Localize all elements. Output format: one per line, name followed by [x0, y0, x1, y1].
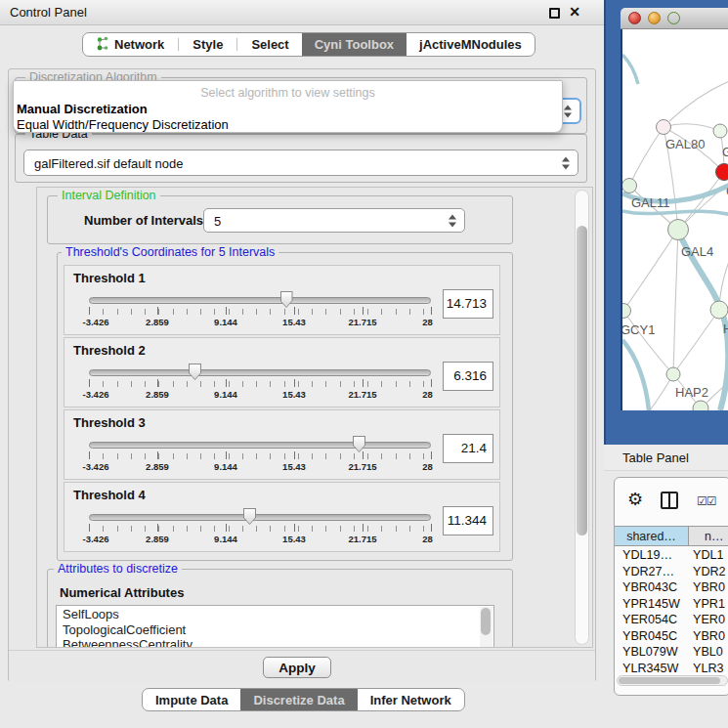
node-partial-top-right[interactable] — [713, 124, 727, 138]
checkboxes-icon[interactable]: ☑☑ — [697, 494, 716, 508]
slider-track[interactable] — [89, 369, 431, 376]
list-scrollbar[interactable] — [480, 607, 492, 648]
control-panel-tabbar: Network Style Select Cyni Toolbox jActiv… — [82, 32, 535, 57]
network-window-titlebar[interactable] — [621, 8, 728, 29]
attributes-group-label: Attributes to discretize — [54, 562, 182, 576]
settings-scrollbar[interactable] — [575, 190, 589, 645]
tab-network[interactable]: Network — [83, 33, 177, 56]
cyni-toolbox-panel: Discretization Algorithm Table Data galF… — [8, 68, 596, 682]
node-gal4[interactable] — [668, 220, 689, 240]
number-of-intervals-value: 5 — [214, 213, 221, 228]
slider-scale: -3.426 2.859 9.144 15.43 21.715 28 — [89, 389, 431, 402]
list-item[interactable]: TopologicalCoefficient — [57, 621, 493, 637]
node-gal11[interactable] — [622, 179, 637, 193]
slider-minor-ticks — [89, 309, 431, 315]
table-row[interactable]: YBR045CYBR0 — [615, 628, 728, 645]
column-layout-icon[interactable] — [661, 492, 678, 509]
threshold-1-value-field[interactable]: 14.713 — [443, 289, 493, 319]
tab-infer-network[interactable]: Infer Network — [358, 689, 464, 710]
numerical-attributes-list[interactable]: SelfLoops TopologicalCoefficient Between… — [56, 605, 494, 648]
threshold-3-box: Threshold 3 -3.426 2.859 9.144 — [64, 409, 500, 480]
tab-jactivemnodules[interactable]: jActiveMNodules — [407, 33, 535, 56]
control-panel: Control Panel ✕ Network — [0, 0, 604, 728]
settings-scroll-panel: Interval Definition Number of Intervals … — [36, 187, 593, 648]
slider-thumb[interactable] — [353, 436, 365, 452]
mac-close-icon[interactable] — [628, 12, 641, 24]
menu-item-equal-width-frequency[interactable]: Equal Width/Frequency Discretization — [17, 117, 229, 132]
settings-scrollbar-thumb[interactable] — [577, 226, 587, 535]
table-row[interactable]: YBR043CYBR0 — [615, 579, 728, 596]
table-row[interactable]: YDR27…YDR2 — [615, 564, 728, 580]
table-row[interactable]: YPR145WYPR1 — [615, 596, 728, 613]
slider-minor-ticks — [89, 453, 431, 459]
tab-network-label: Network — [114, 37, 164, 52]
network-icon — [96, 36, 109, 54]
threshold-2-slider[interactable]: -3.426 2.859 9.144 15.43 21.715 28 — [89, 362, 431, 405]
table-rows: YDL19…YDL1 YDR27…YDR2 YBR043CYBR0 YPR145… — [615, 547, 728, 682]
table-row[interactable]: YLR345WYLR3 — [615, 661, 728, 677]
threshold-4-slider[interactable]: -3.426 2.859 9.144 15.43 21.715 28 — [89, 506, 431, 549]
column-header-name[interactable]: n… — [689, 527, 728, 545]
list-item[interactable]: BetweennessCentrality — [57, 636, 493, 648]
combo-arrows-icon — [562, 156, 571, 169]
threshold-3-slider[interactable]: -3.426 2.859 9.144 15.43 21.715 28 — [89, 434, 431, 477]
label-partial-h: H — [723, 321, 728, 336]
network-node-labels: GAL80 G. C GAL11 GAL4 GCY1 H HAP2 — [622, 137, 728, 400]
slider-thumb[interactable] — [243, 508, 256, 525]
list-scrollbar-thumb[interactable] — [481, 608, 491, 635]
number-of-intervals-combobox[interactable]: 5 — [203, 208, 465, 233]
threshold-coordinates-label: Threshold's Coordinates for 5 Intervals — [62, 245, 278, 259]
table-row[interactable]: YDL19…YDL1 — [615, 547, 728, 564]
threshold-coordinates-group: Threshold's Coordinates for 5 Intervals … — [57, 252, 513, 561]
tab-style[interactable]: Style — [180, 33, 236, 56]
node-h[interactable] — [710, 301, 728, 319]
table-data-combobox[interactable]: galFiltered.sif default node — [23, 150, 578, 176]
threshold-1-slider[interactable]: -3.426 2.859 9.144 15.43 21.715 28 — [89, 289, 431, 332]
slider-thumb[interactable] — [189, 364, 201, 380]
table-panel-titlebar: Table Panel — [604, 445, 728, 471]
network-canvas[interactable]: GAL80 G. C GAL11 GAL4 GCY1 H HAP2 — [621, 29, 728, 410]
tab-impute-data[interactable]: Impute Data — [143, 689, 240, 710]
table-h-scrollbar[interactable] — [617, 675, 728, 686]
tab-select-label: Select — [251, 37, 288, 52]
tab-select[interactable]: Select — [238, 33, 301, 56]
threshold-1-box: Threshold 1 -3.426 2.859 9.144 — [64, 265, 500, 335]
algorithm-dropdown-popup: Select algorithm to view settings Manual… — [13, 80, 563, 133]
node-red-selected[interactable] — [716, 164, 728, 181]
table-h-scrollbar-thumb[interactable] — [619, 677, 720, 684]
threshold-4-value-field[interactable]: 11.344 — [443, 506, 493, 535]
gear-icon[interactable]: ⚙ — [627, 491, 643, 508]
slider-thumb[interactable] — [280, 291, 293, 308]
table-panel-title: Table Panel — [622, 450, 689, 465]
slider-track[interactable] — [89, 442, 431, 449]
node-hap2[interactable] — [666, 367, 680, 381]
threshold-2-value-field[interactable]: 6.316 — [443, 362, 493, 391]
label-partial-top-right: G. — [722, 145, 728, 159]
menu-item-manual-discretization[interactable]: Manual Discretization — [17, 102, 148, 116]
algorithm-popup-hint: Select algorithm to view settings — [14, 86, 562, 100]
slider-track[interactable] — [89, 297, 431, 304]
table-row[interactable]: YBL079WYBL0 — [615, 644, 728, 661]
network-view-window: GAL80 G. C GAL11 GAL4 GCY1 H HAP2 — [604, 0, 728, 445]
close-icon[interactable]: ✕ — [569, 4, 580, 20]
tab-discretize-data[interactable]: Discretize Data — [240, 689, 357, 710]
tab-cyni-toolbox[interactable]: Cyni Toolbox — [302, 33, 407, 56]
label-gcy1: GCY1 — [622, 322, 655, 337]
slider-track[interactable] — [89, 514, 431, 521]
tab-impute-data-label: Impute Data — [155, 693, 228, 707]
column-header-shared-name[interactable]: shared… — [615, 527, 689, 545]
combo-arrows-icon — [449, 214, 457, 227]
tab-jactivemnodules-label: jActiveMNodules — [419, 37, 522, 52]
node-gal80[interactable] — [657, 120, 671, 135]
node-gcy1[interactable] — [622, 304, 631, 319]
float-window-icon[interactable] — [549, 8, 560, 19]
slider-scale: -3.426 2.859 9.144 15.43 21.715 28 — [89, 317, 431, 329]
threshold-3-value-field[interactable]: 21.4 — [443, 434, 493, 463]
table-row[interactable]: YER054CYER0 — [615, 612, 728, 628]
mac-zoom-icon[interactable] — [667, 12, 680, 24]
threshold-4-title: Threshold 4 — [73, 488, 146, 502]
list-item[interactable]: SelfLoops — [57, 606, 493, 621]
apply-button[interactable]: Apply — [263, 657, 331, 678]
control-panel-titlebar: Control Panel ✕ — [0, 0, 604, 25]
mac-minimize-icon[interactable] — [648, 12, 661, 24]
